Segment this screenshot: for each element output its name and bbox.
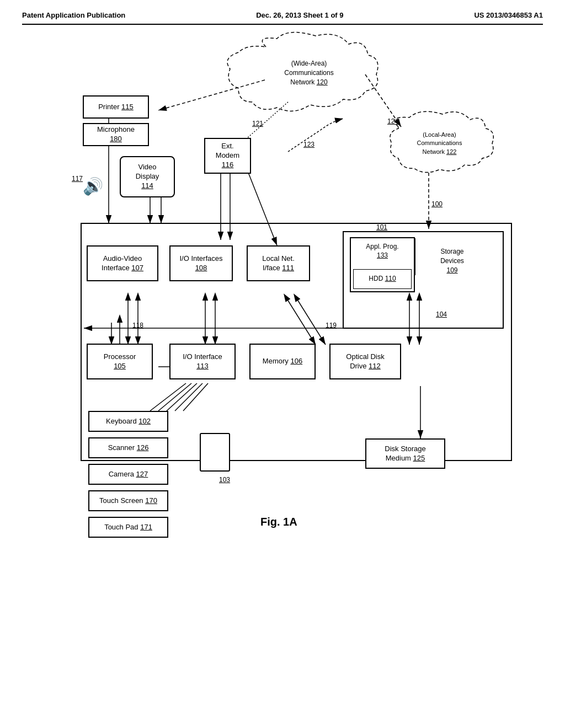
- touch-pad-label: Touch Pad 171: [104, 523, 152, 532]
- connector-box: [200, 433, 230, 472]
- header-center: Dec. 26, 2013 Sheet 1 of 9: [256, 11, 343, 19]
- ref-101: 101: [376, 223, 387, 231]
- hdd-label: HDD 110: [369, 275, 396, 283]
- local-net-box: Local Net.I/face 111: [247, 245, 310, 281]
- hdd-box: HDD 110: [353, 269, 412, 289]
- ref-123: 123: [303, 141, 315, 148]
- svg-line-37: [183, 383, 208, 411]
- ext-modem-label: Ext.Modem116: [216, 142, 239, 170]
- microphone-box: Microphone180: [83, 123, 149, 146]
- svg-line-5: [241, 102, 288, 143]
- svg-line-33: [150, 383, 186, 411]
- optical-disk-box: Optical DiskDrive 112: [329, 344, 401, 379]
- processor-label: Processor105: [104, 352, 136, 371]
- disk-storage-box: Disk StorageMedium 125: [365, 438, 445, 469]
- disk-storage-label: Disk StorageMedium 125: [385, 445, 425, 463]
- ref-103: 103: [219, 476, 230, 484]
- camera-box: Camera 127: [88, 464, 168, 485]
- svg-line-36: [175, 383, 202, 411]
- io-interfaces-box: I/O Interfaces108: [169, 245, 233, 281]
- lan-label: (Local-Area)CommunicationsNetwork 122: [399, 131, 479, 156]
- ext-modem-box: Ext.Modem116: [204, 138, 251, 174]
- optical-disk-label: Optical DiskDrive 112: [346, 352, 384, 371]
- page-header: Patent Application Publication Dec. 26, …: [22, 11, 543, 25]
- video-display-label: VideoDisplay114: [136, 163, 159, 191]
- touch-screen-label: Touch Screen 170: [99, 496, 157, 506]
- audio-video-box: Audio-VideoInterface 107: [87, 245, 158, 281]
- camera-label: Camera 127: [109, 470, 148, 479]
- keyboard-box: Keyboard 102: [88, 411, 168, 432]
- ref-100: 100: [431, 200, 443, 208]
- wan-label: (Wide-Area)CommunicationsNetwork 120: [265, 59, 353, 87]
- ref-124: 124: [387, 117, 398, 125]
- ref-119: 119: [326, 322, 337, 329]
- touch-screen-box: Touch Screen 170: [88, 490, 168, 511]
- diagram: Printer 115 Microphone180 🔊 117 VideoDis…: [23, 30, 542, 692]
- video-display-box: VideoDisplay114: [120, 156, 175, 197]
- speaker-ref: 117: [72, 175, 83, 183]
- ref-104: 104: [436, 311, 447, 318]
- svg-line-4: [158, 80, 265, 110]
- printer-box: Printer 115: [83, 95, 149, 119]
- svg-line-35: [167, 383, 197, 411]
- microphone-ref: 180: [110, 135, 122, 143]
- scanner-label: Scanner 126: [108, 443, 149, 453]
- keyboard-label: Keyboard 102: [106, 417, 151, 426]
- svg-line-23: [288, 301, 316, 345]
- svg-line-34: [158, 383, 191, 411]
- page: Patent Application Publication Dec. 26, …: [0, 0, 565, 728]
- local-net-label: Local Net.I/face 111: [262, 254, 295, 273]
- appl-prog-label: Appl. Prog.133: [355, 243, 409, 260]
- ref-118: 118: [132, 322, 143, 329]
- microphone-label: Microphone180: [97, 125, 135, 144]
- memory-box: Memory 106: [249, 344, 316, 379]
- fig-label: Fig. 1A: [260, 516, 297, 528]
- header-left: Patent Application Publication: [22, 11, 125, 19]
- memory-label: Memory 106: [263, 357, 302, 366]
- io-interface-label: I/O Interface113: [183, 352, 222, 371]
- svg-line-24: [298, 301, 326, 345]
- speaker-icon: 🔊: [83, 176, 103, 196]
- io-interface-box: I/O Interface113: [169, 344, 236, 379]
- printer-label: Printer 115: [98, 103, 134, 112]
- appl-prog-box: Appl. Prog.133 HDD 110: [350, 237, 415, 292]
- ref-121: 121: [252, 120, 263, 127]
- header-right: US 2013/0346853 A1: [474, 11, 543, 19]
- touch-pad-box: Touch Pad 171: [88, 517, 168, 538]
- io-interfaces-label: I/O Interfaces108: [179, 254, 222, 273]
- printer-ref: 115: [121, 103, 134, 111]
- scanner-box: Scanner 126: [88, 437, 168, 458]
- processor-box: Processor105: [87, 344, 153, 379]
- audio-video-label: Audio-VideoInterface 107: [102, 254, 143, 273]
- storage-devices-label-outside: StorageDevices109: [426, 247, 478, 275]
